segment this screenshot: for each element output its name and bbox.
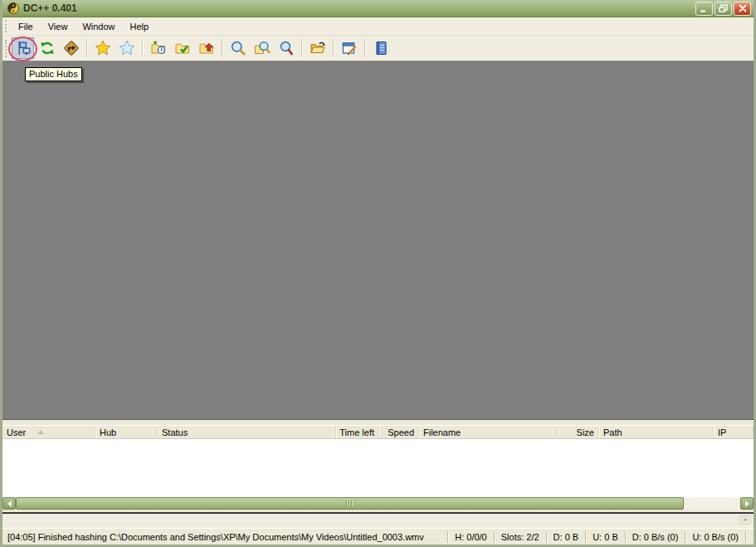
adl-search-icon: [254, 40, 271, 56]
reconnect-button[interactable]: [36, 37, 58, 59]
favorite-hubs-button[interactable]: [91, 37, 114, 59]
search-spy-icon: [278, 40, 295, 56]
close-button[interactable]: [734, 2, 751, 16]
toolbar-separator: [222, 40, 222, 57]
menu-view[interactable]: View: [41, 19, 76, 34]
scroll-left-icon: [7, 501, 12, 507]
statusbar: [04:05] Finished hashing C:\Documents an…: [2, 528, 754, 545]
overflow-chevron-button[interactable]: »: [739, 515, 751, 525]
window-title: DC++ 0.401: [23, 2, 695, 14]
column-header-size[interactable]: Size: [558, 426, 599, 438]
restore-button[interactable]: [715, 2, 732, 16]
horizontal-scrollbar: [2, 497, 754, 510]
status-download-speed-segment: D: 0 B/s (0): [625, 531, 685, 543]
scroll-right-button[interactable]: [740, 497, 754, 510]
mdi-workspace: [2, 61, 754, 419]
follow-redirect-button[interactable]: [60, 37, 82, 59]
transfers-header-row: User Hub Status Time left Speed Filename…: [2, 425, 754, 439]
download-queue-button[interactable]: [147, 37, 169, 59]
open-file-list-button[interactable]: [306, 37, 329, 59]
transfers-list[interactable]: [2, 439, 754, 497]
close-icon: [739, 4, 747, 12]
column-header-status[interactable]: Status: [158, 426, 336, 438]
minimize-icon: [700, 5, 709, 12]
dcpp-main-window: DC++ 0.401 File View Window Help: [0, 0, 756, 547]
transfers-pane: User Hub Status Time left Speed Filename…: [2, 425, 754, 510]
status-hubs-segment: H: 0/0/0: [447, 531, 494, 543]
notepad-button[interactable]: [369, 37, 392, 59]
column-header-hub[interactable]: Hub: [95, 426, 158, 438]
open-file-list-icon: [310, 40, 326, 56]
minimize-button[interactable]: [695, 2, 713, 16]
finished-uploads-button[interactable]: [195, 37, 217, 59]
tooltip: Public Hubs: [25, 67, 82, 81]
search-icon: [230, 40, 246, 56]
notepad-icon: [373, 40, 389, 56]
public-hubs-button[interactable]: [12, 37, 34, 59]
menu-window[interactable]: Window: [75, 19, 122, 34]
scroll-left-button[interactable]: [2, 497, 16, 510]
finished-downloads-icon: [174, 40, 191, 56]
status-slots-segment: Slots: 2/2: [494, 531, 546, 543]
restore-icon: [719, 4, 728, 12]
toolbar-separator: [86, 40, 87, 57]
sort-ascending-icon: [37, 430, 44, 434]
status-upload-speed-segment: U: 0 B/s (0): [685, 531, 745, 543]
reconnect-icon: [39, 40, 56, 56]
follow-redirect-icon: [63, 40, 80, 56]
menubar-grip[interactable]: [5, 20, 7, 32]
toolbar-separator: [364, 40, 365, 57]
toolbar: [2, 36, 754, 61]
scroll-right-icon: [745, 501, 749, 507]
dcpp-app-icon: [7, 2, 20, 15]
toolbar-grip[interactable]: [5, 40, 7, 57]
column-header-filename[interactable]: Filename: [419, 426, 558, 438]
favorite-hubs-icon: [95, 40, 111, 56]
status-empty-segment: [745, 531, 754, 543]
window-controls: [695, 2, 751, 16]
column-header-path[interactable]: Path: [599, 426, 714, 438]
status-uploaded-segment: U: 0 B: [585, 531, 625, 543]
column-header-user[interactable]: User: [2, 426, 95, 438]
transfers-splitter[interactable]: [2, 419, 754, 425]
toolbar-separator: [301, 40, 302, 57]
settings-button[interactable]: [338, 37, 360, 59]
status-message: [04:05] Finished hashing C:\Documents an…: [2, 532, 447, 542]
toolbar-separator: [142, 40, 143, 57]
favorite-users-button[interactable]: [115, 37, 138, 59]
scrollbar-thumb[interactable]: [16, 497, 684, 510]
column-header-time-left[interactable]: Time left: [336, 426, 379, 438]
menu-help[interactable]: Help: [123, 19, 157, 34]
finished-downloads-button[interactable]: [171, 37, 193, 59]
column-header-speed[interactable]: Speed: [379, 426, 419, 438]
finished-uploads-icon: [198, 40, 215, 56]
bottom-strip: »: [2, 514, 754, 528]
toolbar-separator: [333, 40, 334, 57]
column-header-ip[interactable]: IP: [714, 426, 754, 438]
search-spy-button[interactable]: [275, 37, 297, 59]
favorite-users-icon: [119, 40, 135, 56]
menu-file[interactable]: File: [11, 19, 41, 34]
status-downloaded-segment: D: 0 B: [546, 531, 586, 543]
scrollbar-track[interactable]: [16, 497, 740, 510]
menubar: File View Window Help: [2, 17, 754, 36]
settings-icon: [341, 40, 358, 56]
scrollbar-grip-icon: [346, 501, 354, 506]
search-button[interactable]: [227, 37, 249, 59]
adl-search-button[interactable]: [251, 37, 273, 59]
download-queue-icon: [150, 40, 167, 56]
public-hubs-icon: [15, 40, 32, 56]
titlebar[interactable]: DC++ 0.401: [2, 0, 754, 17]
